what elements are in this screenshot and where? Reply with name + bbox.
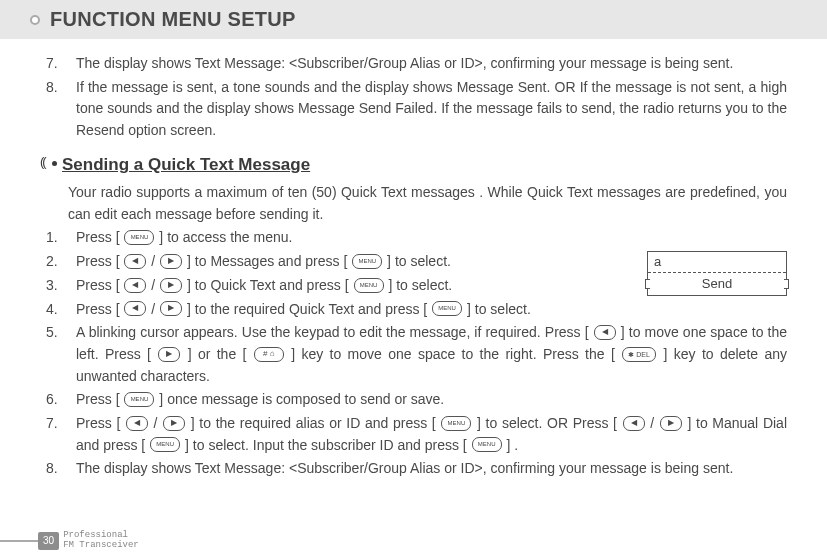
step-number: 7. <box>46 413 58 435</box>
step-text-part: ] to access the menu. <box>155 229 292 245</box>
step-text-part: A blinking cursor appears. Use the keypa… <box>76 324 593 340</box>
step-text-part: / <box>149 415 162 431</box>
step-text-part: / <box>147 301 159 317</box>
step-7: 7. Press [ ◀ / ▶ ] to the required alias… <box>68 413 787 456</box>
step-text-part: ] . <box>503 437 519 453</box>
step-number: 7. <box>46 53 58 75</box>
menu-key-icon: MENU <box>150 437 180 452</box>
continuation-steps: 7. The display shows Text Message: <Subs… <box>42 53 787 142</box>
menu-key-icon: MENU <box>124 392 154 407</box>
right-key-icon: ▶ <box>160 301 182 316</box>
right-key-icon: ▶ <box>160 254 182 269</box>
step-text-part: Press [ <box>76 229 123 245</box>
step-8-top: 8. If the message is sent, a tone sounds… <box>68 77 787 142</box>
step-text: The display shows Text Message: <Subscri… <box>76 460 733 476</box>
footer-text: Professional FM Transceiver <box>63 531 139 551</box>
step-text-part: ] to Messages and press [ <box>183 253 351 269</box>
step-number: 2. <box>46 251 58 273</box>
step-number: 8. <box>46 77 58 99</box>
hash-key-icon: # ⌂ <box>254 347 284 362</box>
page-footer: 30 Professional FM Transceiver <box>0 531 139 551</box>
step-text-part: Press [ <box>76 253 123 269</box>
left-key-icon: ◀ <box>594 325 616 340</box>
step-text-part: ] key to move one space to the right. Pr… <box>285 346 621 362</box>
right-key-icon: ▶ <box>160 278 182 293</box>
step-number: 6. <box>46 389 58 411</box>
step-2: a Send 2. Press [ ◀ / ▶ ] to Messages an… <box>68 251 787 273</box>
step-number: 5. <box>46 322 58 344</box>
callout-label: a <box>648 252 786 272</box>
step-text-part: / <box>646 415 659 431</box>
right-key-icon: ▶ <box>158 347 180 362</box>
menu-key-icon: MENU <box>354 278 384 293</box>
step-text-part: ] to the required alias or ID and press … <box>186 415 440 431</box>
right-key-icon: ▶ <box>660 416 682 431</box>
step-8: 8. The display shows Text Message: <Subs… <box>68 458 787 480</box>
step-text-part: / <box>147 253 159 269</box>
step-text-part: ] to select. <box>463 301 531 317</box>
step-text-part: ] or the [ <box>181 346 252 362</box>
step-number: 3. <box>46 275 58 297</box>
step-text: The display shows Text Message: <Subscri… <box>76 55 733 71</box>
step-number: 8. <box>46 458 58 480</box>
left-key-icon: ◀ <box>623 416 645 431</box>
right-key-icon: ▶ <box>163 416 185 431</box>
step-6: 6. Press [ MENU ] once message is compos… <box>68 389 787 411</box>
left-key-icon: ◀ <box>124 278 146 293</box>
step-1: 1. Press [ MENU ] to access the menu. <box>68 227 787 249</box>
step-text-part: ] to Quick Text and press [ <box>183 277 352 293</box>
footer-rule <box>0 540 38 542</box>
page-number: 30 <box>38 532 59 550</box>
menu-key-icon: MENU <box>124 230 154 245</box>
footer-line2: FM Transceiver <box>63 541 139 551</box>
step-text: If the message is sent, a tone sounds an… <box>76 79 787 138</box>
step-number: 1. <box>46 227 58 249</box>
left-key-icon: ◀ <box>126 416 148 431</box>
step-5: 5. A blinking cursor appears. Use the ke… <box>68 322 787 387</box>
menu-key-icon: MENU <box>472 437 502 452</box>
content-area: 7. The display shows Text Message: <Subs… <box>0 39 827 480</box>
step-3: 3. Press [ ◀ / ▶ ] to Quick Text and pre… <box>68 275 787 297</box>
step-7-top: 7. The display shows Text Message: <Subs… <box>68 53 787 75</box>
step-text-part: Press [ <box>76 415 125 431</box>
step-text-part: ] to select. Input the subscriber ID and… <box>181 437 470 453</box>
step-text-part: ] to select. OR Press [ <box>472 415 621 431</box>
step-text-part: / <box>147 277 159 293</box>
step-text-part: Press [ <box>76 301 123 317</box>
step-text-part: ] to the required Quick Text and press [ <box>183 301 431 317</box>
left-key-icon: ◀ <box>124 254 146 269</box>
step-text-part: ] to select. <box>383 253 451 269</box>
section-heading-text: Sending a Quick Text Message <box>62 155 310 174</box>
step-text-part: ] to select. <box>385 277 453 293</box>
del-key-icon: ✱ DEL <box>622 347 656 362</box>
section-intro: Your radio supports a maximum of ten (50… <box>42 182 787 225</box>
menu-key-icon: MENU <box>432 301 462 316</box>
quicktext-steps: 1. Press [ MENU ] to access the menu. a … <box>42 227 787 480</box>
section-heading: Sending a Quick Text Message <box>42 152 787 178</box>
left-key-icon: ◀ <box>124 301 146 316</box>
step-text-part: Press [ <box>76 277 123 293</box>
step-4: 4. Press [ ◀ / ▶ ] to the required Quick… <box>68 299 787 321</box>
menu-key-icon: MENU <box>441 416 471 431</box>
menu-key-icon: MENU <box>352 254 382 269</box>
step-number: 4. <box>46 299 58 321</box>
page-title: FUNCTION MENU SETUP <box>0 0 827 39</box>
step-text-part: Press [ <box>76 391 123 407</box>
step-text-part: ] once message is composed to send or sa… <box>155 391 444 407</box>
